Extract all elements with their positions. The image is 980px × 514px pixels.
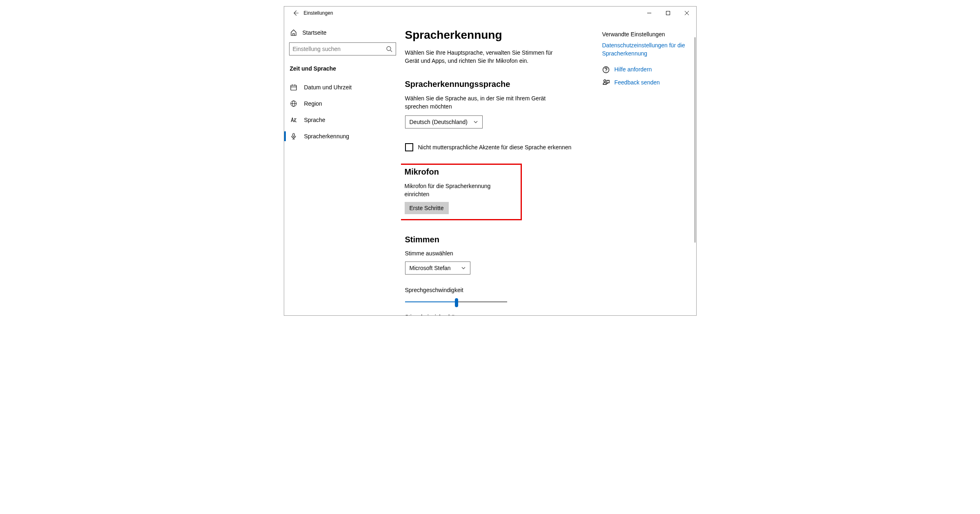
voices-section-title: Stimmen [405,235,586,244]
svg-point-16 [604,80,606,82]
accent-checkbox[interactable] [405,143,413,151]
feedback-link-row[interactable]: Feedback senden [602,79,692,87]
help-icon [602,66,610,73]
dropdown-value: Microsoft Stefan [410,265,451,271]
titlebar: Einstellungen [284,7,696,20]
help-link[interactable]: Hilfe anfordern [615,66,652,74]
scrollbar-thumb[interactable] [694,37,696,243]
globe-icon [290,100,297,107]
nav-item-label: Datum und Uhrzeit [304,84,352,91]
settings-window: Einstellungen Startseite Zeit und Sprach [284,6,697,316]
slider-fill [405,301,456,302]
nav-item-label: Sprache [304,117,325,123]
svg-rect-6 [291,85,296,90]
calendar-clock-icon [290,84,297,91]
feedback-icon [602,79,610,86]
chevron-down-icon [461,266,466,270]
language-icon [290,117,297,123]
page-title: Spracherkennung [405,29,586,42]
page-intro: Wählen Sie Ihre Hauptsprache, verwalten … [405,49,564,65]
mic-section-title: Mikrofon [405,167,517,177]
home-icon [290,29,297,36]
minimize-icon [647,11,651,15]
app-title: Einstellungen [304,10,333,16]
checkbox-label: Nicht muttersprachliche Akzente für dies… [418,144,572,151]
maximize-button[interactable] [659,7,677,20]
language-dropdown[interactable]: Deutsch (Deutschland) [405,115,483,128]
nav-date-time[interactable]: Datum und Uhrzeit [288,79,397,95]
microphone-section-highlight: Mikrofon Mikrofon für die Spracherkennun… [401,164,522,220]
minimize-button[interactable] [640,7,659,20]
window-controls [640,7,696,20]
arrow-left-icon [292,10,299,16]
voice-select-label: Stimme auswählen [405,250,586,257]
voice-dropdown[interactable]: Microsoft Stefan [405,261,470,275]
close-icon [685,11,689,15]
home-link[interactable]: Startseite [288,25,397,40]
category-label: Zeit und Sprache [290,65,395,72]
nav-language[interactable]: Sprache [288,112,397,128]
main-content: Spracherkennung Wählen Sie Ihre Hauptspr… [401,20,602,315]
mic-section-desc: Mikrofon für die Spracherkennung einrich… [405,182,517,198]
svg-rect-13 [293,133,294,137]
sidebar: Startseite Zeit und Sprache Datum und Uh… [284,20,401,315]
privacy-link[interactable]: Datenschutzeinstellungen für die Sprache… [602,42,692,58]
back-button[interactable] [287,7,304,20]
speed-label: Sprechgeschwindigkeit [405,287,586,293]
accent-checkbox-row[interactable]: Nicht muttersprachliche Akzente für dies… [405,143,586,151]
home-label: Startseite [303,29,327,36]
lang-section-desc: Wählen Sie die Sprache aus, in der Sie m… [405,95,564,111]
chevron-down-icon [473,120,478,124]
speed-slider[interactable] [405,298,507,306]
svg-line-5 [390,50,392,52]
nav-item-label: Region [304,100,322,107]
microphone-icon [290,133,297,140]
maximize-icon [666,11,670,15]
help-link-row[interactable]: Hilfe anfordern [602,66,692,74]
feedback-link[interactable]: Feedback senden [615,79,660,87]
search-icon [386,46,392,52]
close-button[interactable] [677,7,696,20]
slider-thumb[interactable] [455,298,458,307]
svg-rect-1 [666,11,670,15]
search-box[interactable] [289,42,396,55]
mic-setup-button[interactable]: Erste Schritte [405,202,449,214]
scrollbar[interactable] [694,37,696,311]
nav-speech[interactable]: Spracherkennung [288,128,397,144]
related-heading: Verwandte Einstellungen [602,31,692,38]
nav-region[interactable]: Region [288,95,397,112]
svg-point-4 [387,47,391,51]
related-panel: Verwandte Einstellungen Datenschutzeinst… [602,20,696,315]
nav-item-label: Spracherkennung [304,133,350,140]
sample-label: Stimmbeispiel anhören [405,314,586,315]
dropdown-value: Deutsch (Deutschland) [410,119,468,125]
lang-section-title: Spracherkennungssprache [405,80,586,89]
svg-point-15 [606,71,606,71]
search-input[interactable] [293,46,386,52]
